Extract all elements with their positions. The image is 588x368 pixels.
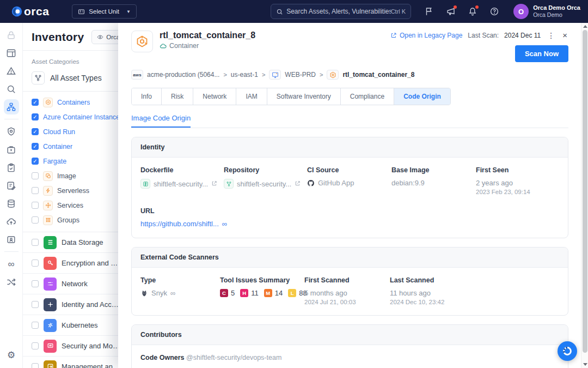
breadcrumb-account[interactable]: acme-production (5064... [147, 71, 219, 79]
select-unit-button[interactable]: Select Unit ▼ [72, 4, 137, 19]
checkbox-checked[interactable]: ✓ [32, 143, 39, 150]
asset-type-containers[interactable]: ✓ Containers [23, 95, 124, 110]
user-menu[interactable]: O Orca Demo Orca Orca Demo [513, 4, 580, 19]
scanner-type-value[interactable]: Snyk [151, 289, 167, 297]
snyk-icon [140, 289, 148, 297]
breadcrumb-host[interactable]: WEB-PRD [285, 71, 316, 79]
checkbox-unchecked[interactable] [32, 363, 39, 368]
tab-compliance[interactable]: Compliance [341, 88, 394, 105]
checkbox-checked[interactable]: ✓ [32, 113, 39, 120]
aws-icon: aws [131, 70, 143, 80]
asset-type-cloud-run[interactable]: ✓ Cloud Run [23, 124, 124, 139]
checkbox-checked[interactable]: ✓ [32, 128, 39, 135]
repo-url-link[interactable]: https://github.com/shiftl... ∞ [140, 220, 559, 228]
orca-chat-button[interactable] [558, 341, 577, 361]
settings-gear-icon[interactable]: ⚙ [4, 347, 19, 363]
search-icon [276, 8, 283, 15]
asset-type-container[interactable]: ✓ Container [23, 139, 124, 154]
search-nav-icon[interactable] [4, 81, 19, 96]
asset-type-fargate[interactable]: ✓ Fargate [23, 154, 124, 168]
bell-icon[interactable] [468, 7, 477, 16]
kebab-menu-icon[interactable]: ⋮ [546, 31, 556, 40]
vertical-scrollbar[interactable] [581, 23, 588, 368]
tab-iam[interactable]: IAM [236, 88, 267, 105]
report-edit-icon[interactable] [4, 178, 19, 193]
close-icon[interactable]: × [561, 31, 568, 40]
category-identity-access[interactable]: Identity and Access [23, 294, 124, 315]
checkbox-checked[interactable]: ✓ [32, 158, 39, 165]
checkbox-checked[interactable]: ✓ [32, 99, 39, 106]
category-network[interactable]: Network [23, 274, 124, 294]
id-card-icon[interactable] [4, 232, 19, 247]
checkbox-unchecked[interactable] [32, 216, 39, 224]
clipboard-check-icon[interactable] [4, 160, 19, 175]
tab-network[interactable]: Network [193, 88, 236, 105]
lock-icon[interactable] [4, 27, 19, 43]
asset-type-image[interactable]: Image [23, 168, 124, 183]
global-search[interactable]: Ctrl K [271, 4, 411, 19]
asset-type-list: ✓ Containers ✓ Azure Container Instances… [23, 92, 124, 227]
identity-access-icon [44, 298, 57, 311]
category-security-monitoring[interactable]: Security and Monitori... [23, 336, 124, 357]
breadcrumb-region[interactable]: us-east-1 [231, 71, 258, 79]
ci-source-value: GitHub App [318, 179, 354, 187]
tab-software-inventory[interactable]: Software Inventory [267, 88, 341, 105]
search-input[interactable] [286, 8, 391, 15]
external-link-icon[interactable] [211, 180, 217, 188]
orca-logo[interactable]: orca [11, 5, 49, 18]
repository-value[interactable]: shiftleft-security... [237, 180, 291, 188]
checkbox-unchecked[interactable] [32, 301, 39, 308]
last-scan-value: 2024 Dec 11 [504, 32, 541, 39]
first-scanned-date: 2024 Jul 21, 00:03 [304, 299, 390, 305]
integrations-shuffle-icon[interactable] [4, 274, 19, 289]
scan-now-button[interactable]: Scan Now [515, 45, 568, 62]
category-kubernetes[interactable]: Kubernetes [23, 315, 124, 336]
open-legacy-link[interactable]: Open in Legacy Page [390, 32, 462, 39]
asset-box-icon[interactable] [4, 142, 19, 157]
first-scanned-relative: 5 months ago [304, 289, 390, 297]
scrollbar-thumb[interactable] [583, 30, 587, 353]
snyk-link[interactable]: Snyk ∞ [140, 289, 220, 297]
compliance-shield-icon[interactable] [4, 124, 19, 139]
category-management-governance[interactable]: Management and Gover [23, 357, 124, 368]
category-data-storage[interactable]: Data Storage [23, 232, 124, 253]
asset-detail-panel: rtl_tomcat_container_8 Container Open in… [118, 23, 588, 368]
scroll-up-arrow[interactable] [583, 25, 587, 28]
alerts-icon[interactable] [4, 63, 19, 79]
scroll-down-arrow[interactable] [583, 363, 587, 366]
help-icon[interactable] [489, 7, 499, 16]
field-scanner-type: Type Snyk ∞ [140, 276, 220, 305]
category-encryption-secrets[interactable]: Encryption and Secrets [23, 253, 124, 274]
asset-type-groups[interactable]: Groups [23, 213, 124, 227]
checkbox-unchecked[interactable] [32, 172, 39, 179]
dockerfile-value[interactable]: shiftleft-security... [154, 180, 208, 188]
database-icon[interactable] [4, 196, 19, 211]
announcements-icon[interactable] [446, 7, 456, 16]
asset-type-services[interactable]: Services [23, 198, 124, 213]
cloud-upload-icon[interactable] [4, 214, 19, 229]
checkbox-unchecked[interactable] [32, 187, 39, 194]
serverless-icon [43, 186, 53, 196]
checkbox-unchecked[interactable] [32, 239, 39, 246]
breadcrumb-asset[interactable]: rtl_tomcat_container_8 [342, 71, 414, 79]
all-asset-types-button[interactable]: All Asset Types [23, 70, 124, 91]
external-link-icon[interactable] [295, 180, 301, 188]
field-dockerfile: Dockerfile shiftleft-security... [140, 166, 224, 195]
tab-code-origin[interactable]: Code Origin [394, 88, 450, 105]
field-url: URL https://github.com/shiftl... ∞ [140, 207, 559, 228]
flag-icon[interactable] [424, 7, 434, 16]
asset-type-serverless[interactable]: Serverless [23, 183, 124, 198]
tab-risk[interactable]: Risk [162, 88, 193, 105]
dashboard-icon[interactable] [4, 45, 19, 61]
cicd-infinity-icon[interactable]: ∞ [4, 256, 19, 272]
asset-title: rtl_tomcat_container_8 [160, 31, 255, 40]
checkbox-unchecked[interactable] [32, 202, 39, 209]
subtab-image-code-origin[interactable]: Image Code Origin [131, 114, 191, 128]
asset-type-azure-container-instances[interactable]: ✓ Azure Container Instances [23, 110, 124, 124]
checkbox-unchecked[interactable] [32, 342, 39, 349]
checkbox-unchecked[interactable] [32, 280, 39, 287]
inventory-icon[interactable] [4, 99, 19, 114]
checkbox-unchecked[interactable] [32, 260, 39, 267]
tab-info[interactable]: Info [132, 88, 162, 105]
checkbox-unchecked[interactable] [32, 322, 39, 329]
